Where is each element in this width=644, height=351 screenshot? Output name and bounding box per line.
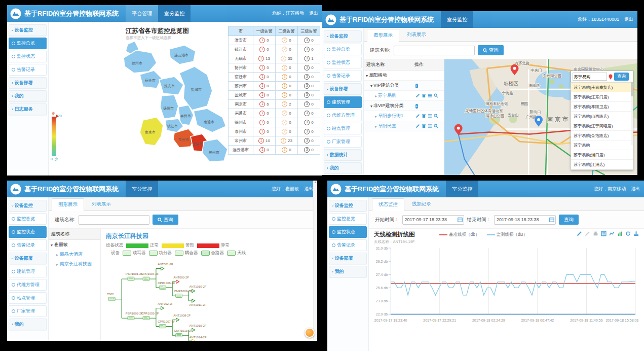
alarm-table-row[interactable]: 淮安市 10 20 30 bbox=[229, 36, 320, 45]
line-loss-chart[interactable]: 31.0 db 29.2 db 27.4 db 25.6 db 23.8 db … bbox=[374, 244, 639, 329]
view-tab[interactable]: 列表展示 bbox=[85, 198, 118, 210]
alarm-table-row[interactable]: 无锡市 113 235 31 bbox=[229, 54, 320, 63]
sidebar-item[interactable]: › 告警记录 bbox=[9, 64, 47, 76]
antenna-node[interactable]: ANT1015-2F bbox=[189, 324, 206, 332]
list-icon[interactable] bbox=[428, 124, 432, 128]
sidebar-item[interactable]: › 监控总览 bbox=[329, 213, 367, 225]
antenna-node[interactable]: ANT1011-2F bbox=[189, 299, 206, 306]
edit-icon[interactable] bbox=[577, 231, 582, 236]
alarm-table-row[interactable]: 南通市 10 20 30 bbox=[229, 109, 320, 118]
antenna-node[interactable]: ANT1010-2F bbox=[189, 285, 206, 293]
device-node-combiner[interactable]: CMR1009-2F bbox=[174, 290, 192, 298]
alarm-table-row[interactable]: 南京市 16 22 30 bbox=[229, 100, 320, 109]
map-search-input[interactable] bbox=[573, 73, 607, 81]
edit-icon[interactable] bbox=[415, 93, 420, 98]
store-result-item[interactable]: 苏宁易购(南京商贸店) bbox=[571, 83, 633, 92]
search-icon[interactable] bbox=[434, 114, 438, 118]
device-node-coupler[interactable]: CPR1006-2F bbox=[158, 282, 175, 290]
device-node-coupler[interactable]: CPR1007-2F bbox=[158, 320, 175, 328]
view-tab[interactable]: 列表展示 bbox=[400, 28, 433, 41]
device-node-coupler[interactable]: CPR1005-2F bbox=[141, 312, 159, 320]
tree-expander-icon[interactable] bbox=[370, 103, 372, 109]
nanjing-map[interactable]: 南京市 鼓楼区 玄武湖公园 南京国际展览中心 中央门 湖南路 宁海路 新街口 广… bbox=[444, 59, 637, 175]
sidebar-item[interactable]: › 告警记录 bbox=[9, 239, 47, 251]
delete-icon[interactable] bbox=[422, 124, 426, 128]
sidebar-item[interactable]: › 告警记录 bbox=[324, 70, 362, 82]
sidebar-item[interactable]: › 设备部署 bbox=[9, 253, 47, 264]
nav-item[interactable]: 室分监控 bbox=[441, 11, 473, 28]
legend-monitor[interactable]: 监测线损（dB） bbox=[487, 232, 527, 238]
sidebar-item[interactable]: › 我的 bbox=[329, 266, 367, 277]
view-tab[interactable]: 图形展示 bbox=[367, 29, 399, 42]
alarm-table-row[interactable]: 常州市 110 223 30 bbox=[229, 136, 320, 146]
sidebar-item[interactable]: › 数据统计 bbox=[324, 149, 362, 161]
sidebar-item[interactable]: › 监控状态 bbox=[9, 226, 47, 238]
sidebar-item[interactable]: › 厂家管理 bbox=[9, 305, 47, 317]
sidebar-item[interactable]: › 代维方管理 bbox=[9, 279, 47, 291]
tree-row[interactable]: 阜阳民置 + bbox=[364, 121, 444, 131]
device-node-coupler[interactable]: CPR1004-2F bbox=[141, 272, 159, 280]
sidebar-item[interactable]: › 设备监控 bbox=[9, 24, 47, 36]
sidebar-item[interactable]: › 设备部署 bbox=[9, 77, 47, 89]
view-tab[interactable]: 线损记录 bbox=[405, 198, 438, 210]
logout-link[interactable]: 退出 bbox=[309, 10, 318, 17]
sidebar-item[interactable]: › 设备监控 bbox=[9, 200, 47, 212]
tree-row[interactable]: 非VIP建筑分类 + bbox=[364, 101, 444, 111]
alarm-table-row[interactable]: 徐州市 10 20 30 bbox=[229, 118, 320, 127]
line-chart-icon[interactable] bbox=[609, 231, 615, 236]
tree-expander-icon[interactable] bbox=[51, 242, 53, 248]
store-result-item[interactable]: 苏宁易购(江浦店) bbox=[571, 160, 633, 169]
antenna-topology-diagram[interactable]: T002 PSR1001-2F CPR1004-2F ANT001-2 bbox=[106, 258, 317, 341]
alarm-table-row[interactable]: 苏州市 10 20 30 bbox=[229, 82, 320, 91]
logout-link[interactable]: 退出 bbox=[631, 186, 640, 192]
edit-icon[interactable] bbox=[415, 124, 420, 128]
sidebar-item[interactable]: › 设备监控 bbox=[329, 200, 367, 212]
logout-link[interactable]: 退出 bbox=[624, 16, 633, 23]
tree-node[interactable]: 崔丽敏 bbox=[49, 240, 100, 250]
antenna-node[interactable]: ANT002-2F bbox=[158, 302, 173, 310]
list-scrollbar[interactable] bbox=[631, 82, 633, 145]
tree-expander-icon[interactable] bbox=[56, 262, 58, 267]
sidebar-item[interactable]: › 监控状态 bbox=[9, 51, 47, 62]
sidebar-item[interactable]: › 日志服务 bbox=[9, 103, 47, 115]
query-button[interactable]: 查询 bbox=[478, 45, 504, 55]
edit-light-icon[interactable] bbox=[585, 231, 590, 236]
store-result-item[interactable]: 苏宁易购(金箔路店) bbox=[571, 131, 633, 141]
sidebar-item[interactable]: › 站点管理 bbox=[9, 292, 47, 304]
sidebar-item[interactable]: › 建筑管理 bbox=[9, 266, 47, 277]
sidebar-item[interactable]: › 设备部署 bbox=[324, 83, 362, 95]
store-result-item[interactable]: 苏宁易购(江东门店) bbox=[571, 92, 633, 102]
start-time-input[interactable] bbox=[402, 215, 464, 225]
tree-expander-icon[interactable] bbox=[56, 252, 58, 257]
sidebar-item[interactable]: › 监控总览 bbox=[9, 213, 47, 225]
edit-icon[interactable] bbox=[415, 114, 420, 118]
store-result-item[interactable]: 苏宁易购(孝陵卫店) bbox=[571, 102, 633, 112]
sidebar-item[interactable]: › 监控总览 bbox=[324, 44, 362, 55]
store-result-item[interactable]: 苏宁易购(江宁同曦店) bbox=[571, 121, 633, 131]
nav-item[interactable]: 室分监控 bbox=[126, 181, 158, 197]
query-button[interactable]: 查询 bbox=[559, 215, 579, 225]
device-node-reader[interactable]: T002 bbox=[107, 293, 115, 301]
tree-row[interactable]: VIP建筑分类 + bbox=[364, 81, 444, 91]
store-result-item[interactable]: 苏宁易购(山西路店) bbox=[571, 112, 633, 121]
logout-link[interactable]: 退出 bbox=[304, 186, 313, 192]
nav-item[interactable]: 室分监控 bbox=[158, 5, 191, 22]
sidebar-item[interactable]: › 监控总览 bbox=[9, 38, 47, 49]
sidebar-item[interactable]: › 我的 bbox=[324, 162, 362, 174]
nav-item[interactable]: 平台管理 bbox=[126, 5, 158, 22]
sidebar-item[interactable]: › 告警记录 bbox=[329, 239, 367, 251]
tree-expander-icon[interactable] bbox=[366, 73, 368, 78]
tree-row[interactable]: 苏宁易购 + bbox=[364, 91, 444, 101]
store-result-item[interactable]: 苏宁易购(浦口店) bbox=[571, 150, 633, 160]
alarm-table-row[interactable]: 连云港市 10 20 30 bbox=[229, 146, 320, 155]
sidebar-item[interactable]: › 建筑管理 bbox=[324, 96, 362, 108]
tree-expander-icon[interactable] bbox=[375, 114, 377, 119]
map-search-button[interactable]: 查询 bbox=[614, 73, 629, 81]
nav-item[interactable]: 室分监控 bbox=[446, 181, 478, 197]
refresh-icon[interactable] bbox=[625, 231, 631, 236]
alarm-table-row[interactable]: 镇江市 10 20 30 bbox=[229, 45, 320, 54]
sidebar-item[interactable]: › 站点管理 bbox=[324, 123, 362, 134]
building-name-input[interactable] bbox=[394, 46, 475, 55]
antenna-node-alarm[interactable]: ANT003-2F bbox=[173, 276, 189, 284]
sidebar-item[interactable]: › 厂家管理 bbox=[324, 136, 362, 148]
